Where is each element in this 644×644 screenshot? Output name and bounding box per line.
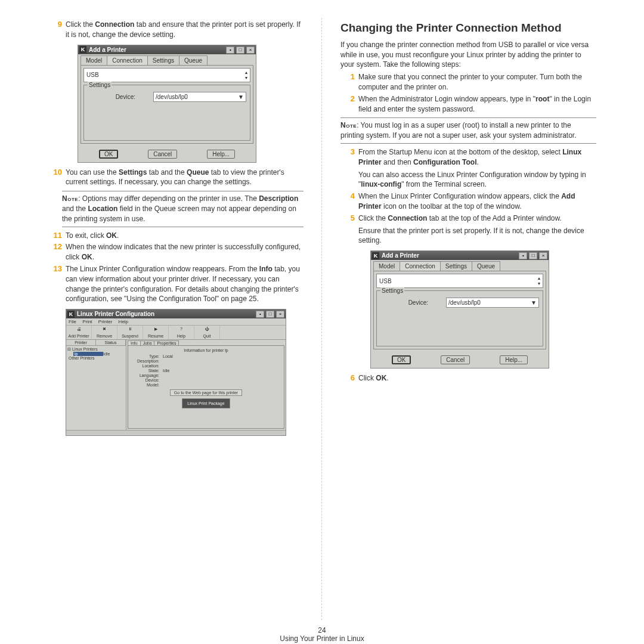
- step-number: 1: [340, 72, 358, 92]
- step-text: The Linux Printer Configuration window r…: [66, 264, 304, 304]
- menu-print[interactable]: Print: [82, 319, 92, 324]
- step-11: 11 To exit, click OK.: [48, 231, 304, 241]
- figure-add-printer-dialog-2: K Add a Printer • □ × Model Connection S…: [370, 250, 549, 369]
- chevron-down-icon: ▼: [531, 299, 537, 306]
- tab-model[interactable]: Model: [80, 55, 107, 65]
- close-icon[interactable]: ×: [246, 47, 255, 54]
- k-menu-icon: K: [67, 311, 75, 318]
- minimize-icon[interactable]: •: [226, 47, 234, 54]
- menu-help[interactable]: Help: [119, 319, 128, 324]
- tab-queue[interactable]: Queue: [472, 261, 500, 271]
- tree-node-lp[interactable]: lp: [73, 352, 103, 356]
- tree-pane: Printer Status ⊟ Linux Printers lp Idle …: [66, 340, 126, 430]
- step-text: From the Startup Menu icon at the bottom…: [358, 147, 596, 190]
- tab-settings[interactable]: Settings: [147, 55, 179, 65]
- ok-button[interactable]: OK: [99, 150, 118, 159]
- toolbar: 🖨Add Printer ✖Remove ⏸Suspend ▶Resume ?H…: [66, 326, 286, 340]
- step-text: To exit, click OK.: [66, 231, 304, 241]
- minimize-icon[interactable]: •: [519, 252, 527, 259]
- tb-resume[interactable]: ▶Resume: [143, 326, 169, 339]
- tab-queue[interactable]: Queue: [179, 55, 208, 65]
- ok-button[interactable]: OK: [392, 355, 411, 364]
- step-text: When the window indicates that the new p…: [66, 242, 304, 262]
- menu-printer[interactable]: Printer: [98, 319, 113, 324]
- page-footer: 24 Using Your Printer in Linux: [0, 620, 644, 644]
- step-number: 13: [48, 264, 66, 304]
- figure-add-printer-dialog: K Add a Printer • □ × Model Connection S…: [78, 45, 256, 163]
- device-combo[interactable]: /dev/usb/lp0 ▼: [446, 298, 539, 308]
- cancel-button[interactable]: Cancel: [148, 150, 177, 159]
- device-label: Device:: [88, 94, 153, 100]
- info-label: Model:: [131, 383, 163, 387]
- tree-node-linux[interactable]: ⊟ Linux Printers: [67, 347, 125, 352]
- tab-jobs[interactable]: Jobs: [140, 340, 155, 345]
- info-label: Type:: [131, 354, 163, 358]
- step-6: 6 Click OK.: [340, 373, 596, 383]
- tb-suspend[interactable]: ⏸Suspend: [117, 326, 143, 339]
- cancel-button[interactable]: Cancel: [441, 355, 470, 364]
- title-bar: K Add a Printer • □ ×: [78, 45, 256, 54]
- figure-printer-config: K Linux Printer Configuration • □ × File…: [66, 309, 286, 436]
- tab-info[interactable]: Info: [128, 340, 141, 345]
- maximize-icon[interactable]: □: [529, 252, 537, 259]
- status-bar: [66, 430, 286, 435]
- info-label: State:: [131, 369, 163, 373]
- tab-model[interactable]: Model: [373, 261, 400, 271]
- dialog-printer-config: K Linux Printer Configuration • □ × File…: [66, 309, 286, 436]
- col-printer: Printer: [66, 340, 96, 345]
- help-button[interactable]: Help...: [500, 355, 528, 364]
- step-number: 4: [340, 191, 358, 212]
- step-text: You can use the Settings tab and the Que…: [66, 168, 304, 188]
- info-row: Device:: [131, 377, 281, 382]
- group-label: Settings: [88, 82, 112, 88]
- step-9: 9 Click the Connection tab and ensure th…: [48, 20, 304, 40]
- tb-add-printer[interactable]: 🖨Add Printer: [66, 326, 92, 339]
- web-page-button[interactable]: Go to the Web page for this printer: [170, 389, 242, 396]
- step-text: When the Administrator Login window appe…: [358, 94, 596, 114]
- tree-node-other[interactable]: Other Printers: [67, 356, 125, 360]
- menu-file[interactable]: File: [69, 319, 76, 324]
- info-label: Location:: [131, 364, 163, 368]
- tab-properties[interactable]: Properties: [154, 340, 179, 345]
- tab-connection[interactable]: Connection: [400, 261, 441, 271]
- col-status: Status: [96, 340, 126, 345]
- step-5: 5 Click the Connection tab at the top of…: [340, 213, 596, 246]
- step-12: 12 When the window indicates that the ne…: [48, 242, 304, 262]
- tb-quit[interactable]: ⏻Quit: [194, 326, 220, 339]
- title-bar: K Add a Printer • □ ×: [371, 251, 549, 260]
- step-13: 13 The Linux Printer Configuration windo…: [48, 264, 304, 304]
- tab-settings[interactable]: Settings: [440, 261, 472, 271]
- close-icon[interactable]: ×: [539, 252, 547, 259]
- right-column: Changing the Printer Connection Method I…: [323, 18, 614, 620]
- help-button[interactable]: Help...: [207, 150, 235, 159]
- tab-connection[interactable]: Connection: [107, 55, 148, 65]
- step-number: 10: [48, 168, 66, 188]
- minimize-icon[interactable]: •: [256, 311, 264, 318]
- step-number: 3: [340, 147, 358, 190]
- maximize-icon[interactable]: □: [236, 47, 244, 54]
- quit-icon: ⏻: [194, 327, 219, 334]
- group-label: Settings: [380, 287, 404, 294]
- device-combo[interactable]: /dev/usb/lp0 ▼: [153, 92, 246, 102]
- step-number: 5: [340, 213, 358, 246]
- window-title: Linux Printer Configuration: [77, 311, 154, 317]
- tb-remove[interactable]: ✖Remove: [92, 326, 117, 339]
- resume-icon: ▶: [143, 327, 168, 334]
- step-number: 9: [48, 20, 66, 40]
- step-text: Click OK.: [358, 373, 596, 383]
- step-number: 2: [340, 94, 358, 114]
- dialog-add-printer: K Add a Printer • □ × Model Connection S…: [370, 250, 549, 369]
- menu-bar: File Print Printer Help: [66, 318, 286, 326]
- tb-help[interactable]: ?Help: [169, 326, 194, 339]
- info-value: Idle: [163, 369, 169, 373]
- tree-node-status: Idle: [103, 352, 125, 356]
- port-combo[interactable]: USB ▴▾: [376, 274, 543, 288]
- close-icon[interactable]: ×: [276, 311, 284, 318]
- step-3: 3 From the Startup Menu icon at the bott…: [340, 147, 596, 190]
- remove-icon: ✖: [92, 327, 117, 334]
- maximize-icon[interactable]: □: [266, 311, 274, 318]
- note-box: Note: You must log in as a super user (r…: [340, 117, 596, 144]
- note-label: Note: [340, 121, 357, 129]
- chevron-down-icon: ▼: [238, 94, 244, 100]
- port-combo[interactable]: USB ▴▾: [83, 68, 250, 82]
